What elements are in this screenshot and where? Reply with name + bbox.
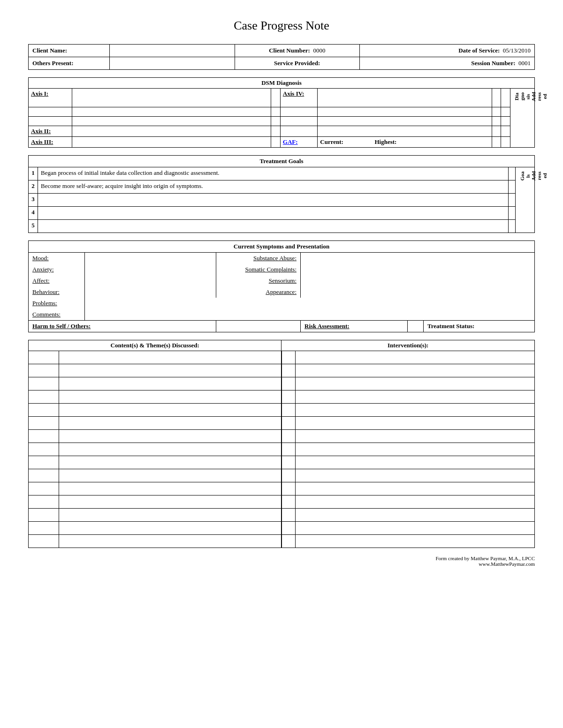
intervention-row-9-text[interactable] [296,456,535,469]
risk-assessment-value[interactable] [407,321,423,332]
axis4-label: Axis IV: [280,89,318,107]
content-row-4-text[interactable] [59,390,282,404]
client-name-value[interactable] [110,45,235,57]
intervention-row-11-num [282,482,296,495]
axis2-value[interactable] [72,126,271,137]
mood-value[interactable] [85,253,216,264]
appearance-value[interactable] [301,286,535,298]
intervention-row-1-text[interactable] [296,351,535,364]
somatic-complaints-value[interactable] [301,264,535,275]
intervention-row-7-text[interactable] [296,430,535,443]
axis4-value[interactable] [318,89,492,107]
content-row-2-text[interactable] [59,364,282,377]
appearance-label-cell: Appearance: [216,286,301,298]
intervention-row-2-text[interactable] [296,364,535,377]
footer: Form created by Matthew Paymar, M.A., LP… [28,555,535,567]
date-of-service-label: Date of Service: [458,47,500,54]
goal-row-3-num: 3 [29,194,38,207]
client-number-value: 0000 [313,47,325,54]
others-present-value[interactable] [110,57,235,70]
content-row-9-text[interactable] [59,456,282,469]
content-row-6-num [29,417,59,430]
content-interventions-table: Content(s) & Theme(s) Discussed: Interve… [28,340,535,548]
dsm-side-label: DiagnosisAddressed [510,89,535,148]
goals-side-label: GoalsAddressed [516,167,535,233]
problems-value[interactable] [85,298,535,309]
intervention-row-8-text[interactable] [296,443,535,456]
content-row-8-num [29,443,59,456]
content-row-1-text[interactable] [59,351,282,364]
harm-value[interactable] [216,321,301,332]
axis3-value[interactable] [72,137,271,148]
anxiety-value[interactable] [85,264,216,275]
goals-header: Treatment Goals [29,156,535,167]
goal-row-4-text[interactable] [38,207,509,220]
goal-row-2-num: 2 [29,180,38,194]
content-row-8-text[interactable] [59,443,282,456]
content-row-13-num [29,509,59,522]
content-row-12-num [29,495,59,509]
behaviour-value[interactable] [85,286,216,298]
intervention-row-11-text[interactable] [296,482,535,495]
page-title: Case Progress Note [28,19,535,33]
footer-line1: Form created by Matthew Paymar, M.A., LP… [28,555,535,561]
intervention-row-4-text[interactable] [296,390,535,404]
content-row-2-num [29,364,59,377]
goal-row-1-num: 1 [29,167,38,180]
intervention-row-2-num [282,364,296,377]
intervention-row-5-text[interactable] [296,404,535,417]
content-row-11-num [29,482,59,495]
content-row-5-num [29,404,59,417]
dsm-header: DSM Diagnosis [29,78,535,89]
content-row-3-num [29,377,59,390]
others-present-label: Others Present: [29,57,110,70]
content-row-3-text[interactable] [59,377,282,390]
intervention-row-14-text[interactable] [296,522,535,535]
axis4-extra-value[interactable] [318,107,492,117]
intervention-row-15-text[interactable] [296,535,535,548]
content-row-6-text[interactable] [59,417,282,430]
intervention-row-10-text[interactable] [296,469,535,482]
date-of-service-value: 05/13/2010 [503,47,531,54]
axis1-extra-value[interactable] [72,107,271,117]
goal-row-5-text[interactable] [38,220,509,233]
goal-row-1-text[interactable]: Began process of initial intake data col… [38,167,509,180]
intervention-row-3-text[interactable] [296,377,535,390]
mood-label-cell: Mood: [29,253,85,264]
axis2-label: Axis II: [29,126,72,137]
risk-assessment-label-cell: Risk Assessment: [301,321,408,332]
intervention-row-12-text[interactable] [296,495,535,509]
somatic-complaints-label-cell: Somatic Complaints: [216,264,301,275]
sensorium-value[interactable] [301,275,535,286]
intervention-row-6-text[interactable] [296,417,535,430]
gaf-label: GAF: [280,137,318,148]
content-row-15-num [29,535,59,548]
goal-row-3-text[interactable] [38,194,509,207]
intervention-row-5-num [282,404,296,417]
symptoms-table: Current Symptoms and Presentation Mood: … [28,240,535,332]
affect-value[interactable] [85,275,216,286]
content-row-7-text[interactable] [59,430,282,443]
substance-abuse-label-cell: Substance Abuse: [216,253,301,264]
intervention-row-7-num [282,430,296,443]
content-row-14-text[interactable] [59,522,282,535]
client-number-cell: Client Number: 0000 [235,45,359,57]
symptoms-header: Current Symptoms and Presentation [29,241,535,253]
axis3-label: Axis III: [29,137,72,148]
content-row-10-text[interactable] [59,469,282,482]
intervention-row-12-num [282,495,296,509]
content-row-15-text[interactable] [59,535,282,548]
axis1-value[interactable] [72,89,271,107]
goal-row-2-text[interactable]: Become more self-aware; acquire insight … [38,180,509,194]
content-row-5-text[interactable] [59,404,282,417]
substance-abuse-value[interactable] [301,253,535,264]
comments-value[interactable] [85,309,535,321]
content-row-11-text[interactable] [59,482,282,495]
content-row-12-text[interactable] [59,495,282,509]
content-row-13-text[interactable] [59,509,282,522]
dsm-diagnosis-table: DSM Diagnosis Axis I: Axis IV: Diagnosis… [28,77,535,148]
intervention-row-13-text[interactable] [296,509,535,522]
problems-label-cell: Problems: [29,298,85,309]
content-row-9-num [29,456,59,469]
client-info-table: Client Name: Client Number: 0000 Date of… [28,44,535,70]
